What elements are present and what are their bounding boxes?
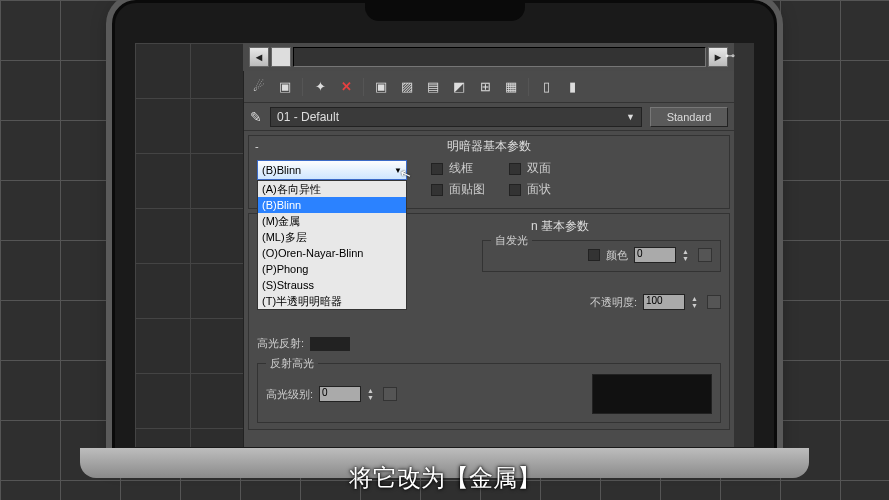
color-label: 颜色 bbox=[606, 248, 628, 263]
assign-icon[interactable]: ✦ bbox=[311, 78, 329, 96]
shader-option[interactable]: (S)Strauss bbox=[258, 277, 406, 293]
opacity-spinner[interactable]: 100 bbox=[643, 294, 685, 310]
pin-icon: ⊷ bbox=[725, 50, 735, 61]
shader-option[interactable]: (P)Phong bbox=[258, 261, 406, 277]
self-illum-title: 自发光 bbox=[491, 233, 532, 248]
viewport-left bbox=[135, 43, 243, 447]
chevron-down-icon: ▼ bbox=[626, 112, 635, 122]
material-type-button[interactable]: Standard bbox=[650, 107, 728, 127]
wireframe-checkbox[interactable]: 线框 bbox=[431, 160, 485, 177]
eyedropper-icon[interactable]: ✎ bbox=[250, 109, 262, 125]
material-name-label: 01 - Default bbox=[277, 110, 339, 124]
self-illum-checkbox[interactable] bbox=[588, 249, 600, 261]
specular-highlight-group: 反射高光 高光级别: 0 ▲▼ bbox=[257, 363, 721, 423]
shader-option[interactable]: (M)金属 bbox=[258, 213, 406, 229]
twosided-checkbox[interactable]: 双面 bbox=[509, 160, 551, 177]
shader-dropdown-list: (A)各向异性 (B)Blinn (M)金属 (ML)多层 (O)Oren-Na… bbox=[257, 180, 407, 310]
spinner-arrows[interactable]: ▲▼ bbox=[691, 295, 701, 309]
material-editor-panel: ☄ ▣ ✦ ✕ ▣ ▨ ▤ ◩ ⊞ ▦ ▯ ▮ ✎ 01 - Defau bbox=[243, 71, 734, 447]
rollout-header[interactable]: - 明暗器基本参数 bbox=[249, 136, 729, 156]
shader-option[interactable]: (A)各向异性 bbox=[258, 181, 406, 197]
show-end-result-icon[interactable]: ▦ bbox=[502, 78, 520, 96]
put-to-scene-icon[interactable]: ▣ bbox=[276, 78, 294, 96]
shader-selected-label: (B)Blinn bbox=[262, 164, 301, 176]
prev-sample-button[interactable]: ◄ bbox=[249, 47, 269, 67]
delete-icon[interactable]: ✕ bbox=[337, 78, 355, 96]
go-parent-icon[interactable]: ▯ bbox=[537, 78, 555, 96]
shader-basic-params-rollout: - 明暗器基本参数 (B)Blinn ▼ ↖ 线框 双面 面贴图 面状 bbox=[248, 135, 730, 209]
spec-reflect-label: 高光反射: bbox=[257, 336, 304, 351]
screen: ◄ ⊷ ► ☄ ▣ ✦ ✕ ▣ ▨ ▤ ◩ ⊞ ▦ bbox=[135, 43, 754, 447]
material-name-dropdown[interactable]: 01 - Default ▼ bbox=[270, 107, 642, 127]
material-id-icon[interactable]: ◩ bbox=[450, 78, 468, 96]
spinner-arrows[interactable]: ▲▼ bbox=[682, 248, 692, 262]
go-forward-icon[interactable]: ▮ bbox=[563, 78, 581, 96]
specular-curve-preview bbox=[592, 374, 712, 414]
put-to-lib-icon[interactable]: ▤ bbox=[424, 78, 442, 96]
shader-option[interactable]: (ML)多层 bbox=[258, 229, 406, 245]
spec-level-label: 高光级别: bbox=[266, 387, 313, 402]
shader-option[interactable]: (T)半透明明暗器 bbox=[258, 293, 406, 309]
faceted-checkbox[interactable]: 面状 bbox=[509, 181, 551, 198]
show-map-icon[interactable]: ⊞ bbox=[476, 78, 494, 96]
make-unique-icon[interactable]: ▨ bbox=[398, 78, 416, 96]
self-illum-group: 自发光 颜色 0 ▲▼ bbox=[482, 240, 721, 272]
material-toolbar: ☄ ▣ ✦ ✕ ▣ ▨ ▤ ◩ ⊞ ▦ ▯ ▮ bbox=[244, 71, 734, 103]
spec-reflect-swatch[interactable] bbox=[310, 337, 350, 351]
opacity-map-button[interactable] bbox=[707, 295, 721, 309]
sample-track: ⊷ bbox=[293, 47, 706, 67]
copy-icon[interactable]: ▣ bbox=[372, 78, 390, 96]
facemap-checkbox[interactable]: 面贴图 bbox=[431, 181, 485, 198]
material-name-row: ✎ 01 - Default ▼ Standard bbox=[244, 103, 734, 131]
spec-level-map-button[interactable] bbox=[383, 387, 397, 401]
material-sample-bar: ◄ ⊷ ► bbox=[243, 43, 734, 71]
subtitle-caption: 将它改为【金属】 bbox=[0, 462, 889, 494]
specular-group-title: 反射高光 bbox=[266, 356, 318, 371]
webcam-notch bbox=[365, 3, 525, 21]
map-slot-button[interactable] bbox=[698, 248, 712, 262]
spinner-arrows[interactable]: ▲▼ bbox=[367, 387, 377, 401]
shader-option[interactable]: (B)Blinn bbox=[258, 197, 406, 213]
laptop-frame: ◄ ⊷ ► ☄ ▣ ✦ ✕ ▣ ▨ ▤ ◩ ⊞ ▦ bbox=[112, 0, 777, 460]
rollout-title: 明暗器基本参数 bbox=[447, 138, 531, 155]
sample-slot[interactable] bbox=[271, 47, 291, 67]
opacity-label: 不透明度: bbox=[590, 295, 637, 310]
spec-level-spinner[interactable]: 0 bbox=[319, 386, 361, 402]
get-material-icon[interactable]: ☄ bbox=[250, 78, 268, 96]
self-illum-spinner[interactable]: 0 bbox=[634, 247, 676, 263]
shader-option[interactable]: (O)Oren-Nayar-Blinn bbox=[258, 245, 406, 261]
collapse-toggle[interactable]: - bbox=[255, 140, 259, 152]
shader-type-combo[interactable]: (B)Blinn ▼ ↖ bbox=[257, 160, 407, 180]
